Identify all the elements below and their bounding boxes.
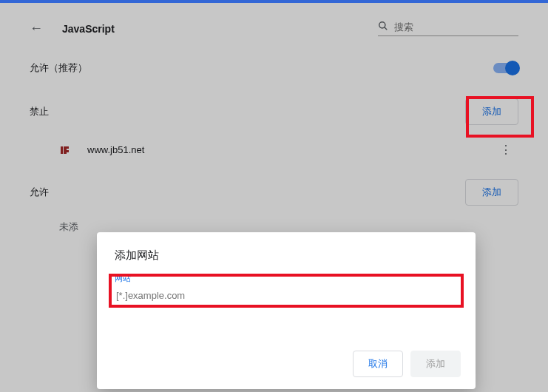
search-icon (378, 21, 388, 33)
allow-toggle[interactable] (493, 63, 518, 73)
site-url-input[interactable] (115, 285, 458, 307)
allow-recommended-row: 允许（推荐） (30, 48, 518, 88)
dialog-field-label: 网站 (115, 273, 458, 284)
dialog-title: 添加网站 (115, 249, 458, 263)
dialog-actions: 取消 添加 (353, 351, 461, 377)
blocked-site-row: www.jb51.net ⋮ (30, 132, 518, 169)
confirm-add-button[interactable]: 添加 (410, 351, 461, 377)
allowed-add-button[interactable]: 添加 (465, 179, 518, 206)
settings-content: ← JavaScript 允许（推荐） 禁止 添加 www.jb51.net ⋮… (0, 3, 548, 234)
header-row: ← JavaScript (30, 3, 518, 48)
search-field[interactable] (378, 21, 518, 36)
site-more-icon[interactable]: ⋮ (494, 140, 518, 160)
allowed-section-header: 允许 添加 (30, 169, 518, 213)
svg-point-0 (379, 22, 385, 28)
blocked-section-header: 禁止 添加 (30, 88, 518, 132)
blocked-title: 禁止 (30, 105, 49, 118)
allowed-title: 允许 (30, 186, 49, 199)
allow-recommended-label: 允许（推荐） (30, 61, 87, 75)
blocked-site-url: www.jb51.net (87, 144, 144, 155)
svg-line-1 (385, 27, 388, 30)
page-title: JavaScript (62, 23, 115, 35)
blocked-add-button[interactable]: 添加 (465, 98, 518, 125)
search-input[interactable] (394, 21, 518, 33)
add-site-dialog: 添加网站 网站 取消 添加 (97, 232, 476, 389)
back-arrow-icon[interactable]: ← (30, 21, 43, 36)
allowed-empty-text: 未添 (30, 213, 518, 234)
cancel-button[interactable]: 取消 (353, 351, 403, 377)
site-favicon-icon (59, 143, 72, 157)
